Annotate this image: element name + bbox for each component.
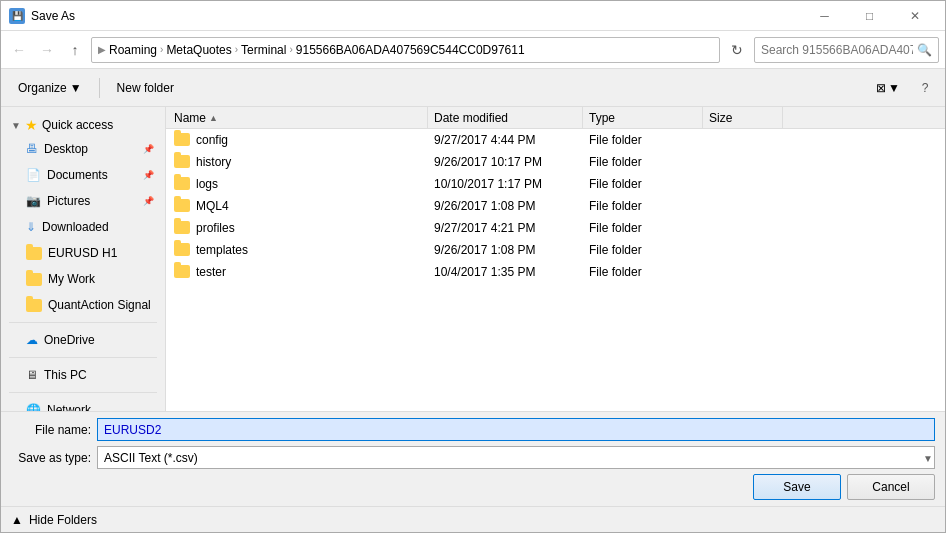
refresh-button[interactable]: ↻	[724, 37, 750, 63]
pin-icon-desktop: 📌	[143, 144, 154, 154]
hide-folders-icon: ▲	[11, 513, 23, 527]
close-button[interactable]: ✕	[892, 1, 937, 31]
cancel-button[interactable]: Cancel	[847, 474, 935, 500]
sidebar-item-network[interactable]: 🌐 Network	[3, 397, 163, 411]
up-button[interactable]: ↑	[63, 38, 87, 62]
search-box: 🔍	[754, 37, 939, 63]
table-row[interactable]: MQL4 9/26/2017 1:08 PM File folder	[166, 195, 945, 217]
file-type-6: File folder	[583, 261, 703, 282]
file-name-2: logs	[196, 177, 218, 191]
table-row[interactable]: tester 10/4/2017 1:35 PM File folder	[166, 261, 945, 283]
path-segment-roaming[interactable]: Roaming	[109, 43, 157, 57]
sidebar-item-onedrive-label: OneDrive	[44, 333, 95, 347]
filename-label: File name:	[11, 423, 91, 437]
sidebar-item-my-work[interactable]: My Work	[3, 266, 163, 292]
file-name-5: templates	[196, 243, 248, 257]
col-date-label: Date modified	[434, 111, 508, 125]
network-icon: 🌐	[26, 403, 41, 411]
eurusd-folder-icon	[26, 247, 42, 260]
documents-icon: 📄	[26, 168, 41, 182]
search-icon: 🔍	[917, 43, 932, 57]
main-area: ▼ ★ Quick access 🖶 Desktop 📌 📄 Documents…	[1, 107, 945, 411]
back-button[interactable]: ←	[7, 38, 31, 62]
table-row[interactable]: templates 9/26/2017 1:08 PM File folder	[166, 239, 945, 261]
sidebar-item-network-label: Network	[47, 403, 91, 411]
sidebar-item-desktop[interactable]: 🖶 Desktop 📌	[3, 136, 163, 162]
search-input[interactable]	[761, 43, 913, 57]
sidebar-item-quantaction[interactable]: QuantAction Signal	[3, 292, 163, 318]
file-type-1: File folder	[583, 151, 703, 172]
sidebar-item-documents[interactable]: 📄 Documents 📌	[3, 162, 163, 188]
col-name-label: Name	[174, 111, 206, 125]
col-size-label: Size	[709, 111, 732, 125]
organize-dropdown-icon: ▼	[70, 81, 82, 95]
view-button[interactable]: ⊠ ▼	[869, 75, 907, 101]
sidebar-divider-2	[9, 357, 157, 358]
file-date-2: 10/10/2017 1:17 PM	[428, 173, 583, 194]
sidebar-item-documents-label: Documents	[47, 168, 108, 182]
col-type-label: Type	[589, 111, 615, 125]
save-button[interactable]: Save	[753, 474, 841, 500]
file-size-5	[703, 239, 783, 260]
desktop-icon: 🖶	[26, 142, 38, 156]
onedrive-icon: ☁	[26, 333, 38, 347]
table-row[interactable]: profiles 9/27/2017 4:21 PM File folder	[166, 217, 945, 239]
path-sep-1: ›	[160, 44, 163, 55]
sidebar-item-onedrive[interactable]: ☁ OneDrive	[3, 327, 163, 353]
quick-access-header[interactable]: ▼ ★ Quick access	[1, 111, 165, 136]
sidebar-item-downloaded[interactable]: ⇓ Downloaded	[3, 214, 163, 240]
minimize-button[interactable]: ─	[802, 1, 847, 31]
file-size-3	[703, 195, 783, 216]
window-controls: ─ □ ✕	[802, 1, 937, 31]
toolbar: Organize ▼ New folder ⊠ ▼ ?	[1, 69, 945, 107]
file-name-3: MQL4	[196, 199, 229, 213]
address-path[interactable]: ▶ Roaming › MetaQuotes › Terminal › 9155…	[91, 37, 720, 63]
hide-folders-label: Hide Folders	[29, 513, 97, 527]
quantaction-folder-icon	[26, 299, 42, 312]
table-row[interactable]: logs 10/10/2017 1:17 PM File folder	[166, 173, 945, 195]
folder-icon-4	[174, 221, 190, 234]
pc-icon: 🖥	[26, 368, 38, 382]
organize-button[interactable]: Organize ▼	[9, 75, 91, 101]
sidebar-item-quantaction-label: QuantAction Signal	[48, 298, 151, 312]
sidebar-item-eurusd-label: EURUSD H1	[48, 246, 117, 260]
file-type-3: File folder	[583, 195, 703, 216]
col-header-name[interactable]: Name ▲	[168, 107, 428, 128]
col-header-date[interactable]: Date modified	[428, 107, 583, 128]
file-name-0: config	[196, 133, 228, 147]
table-row[interactable]: history 9/26/2017 10:17 PM File folder	[166, 151, 945, 173]
file-type-5: File folder	[583, 239, 703, 260]
col-header-size[interactable]: Size	[703, 107, 783, 128]
pin-icon-documents: 📌	[143, 170, 154, 180]
toolbar-separator	[99, 78, 100, 98]
file-size-6	[703, 261, 783, 282]
col-header-type[interactable]: Type	[583, 107, 703, 128]
savetype-label: Save as type:	[11, 451, 91, 465]
hide-folders-bar[interactable]: ▲ Hide Folders	[1, 506, 945, 532]
quick-access-label: Quick access	[42, 118, 113, 132]
view-icon: ⊠	[876, 81, 886, 95]
path-segment-terminal[interactable]: Terminal	[241, 43, 286, 57]
table-row[interactable]: config 9/27/2017 4:44 PM File folder	[166, 129, 945, 151]
folder-icon-5	[174, 243, 190, 256]
folder-icon-1	[174, 155, 190, 168]
new-folder-button[interactable]: New folder	[108, 75, 183, 101]
help-button[interactable]: ?	[913, 76, 937, 100]
address-bar: ← → ↑ ▶ Roaming › MetaQuotes › Terminal …	[1, 31, 945, 69]
file-date-5: 9/26/2017 1:08 PM	[428, 239, 583, 260]
sidebar-item-eurusd-h1[interactable]: EURUSD H1	[3, 240, 163, 266]
savetype-select[interactable]: ASCII Text (*.csv)CSV (*.csv)All Files (…	[97, 446, 935, 469]
file-date-3: 9/26/2017 1:08 PM	[428, 195, 583, 216]
file-size-4	[703, 217, 783, 238]
file-name-4: profiles	[196, 221, 235, 235]
path-segment-id[interactable]: 915566BA06ADA407569C544CC0D97611	[296, 43, 525, 57]
filename-input[interactable]	[97, 418, 935, 441]
forward-button[interactable]: →	[35, 38, 59, 62]
sidebar-divider-3	[9, 392, 157, 393]
sidebar-item-thispc[interactable]: 🖥 This PC	[3, 362, 163, 388]
maximize-button[interactable]: □	[847, 1, 892, 31]
sidebar-item-downloaded-label: Downloaded	[42, 220, 109, 234]
folder-icon-2	[174, 177, 190, 190]
path-segment-metaquotes[interactable]: MetaQuotes	[166, 43, 231, 57]
sidebar-item-pictures[interactable]: 📷 Pictures 📌	[3, 188, 163, 214]
